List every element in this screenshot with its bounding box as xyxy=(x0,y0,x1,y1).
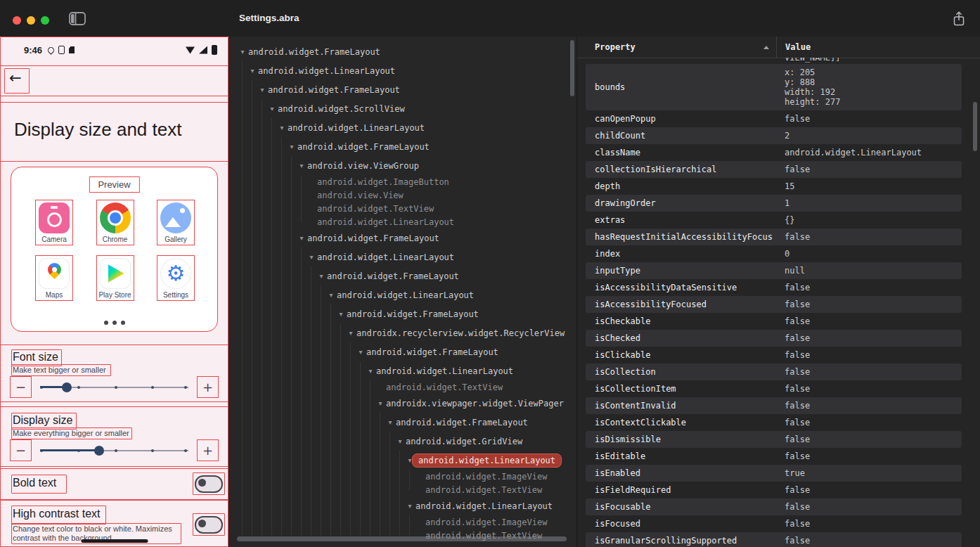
chevron-down-icon[interactable]: ▾ xyxy=(404,502,415,510)
display-size-slider[interactable]: − + xyxy=(10,439,219,461)
display-size-decrease-button[interactable]: − xyxy=(10,439,32,461)
display-size-slider-track[interactable] xyxy=(40,445,188,456)
tree-node[interactable]: ▾android.widget.FrameLayout xyxy=(228,413,576,432)
chevron-down-icon[interactable]: ▾ xyxy=(316,272,327,280)
property-row[interactable]: isAccessibilityFocusedfalse xyxy=(586,296,962,313)
tree-node[interactable]: ▾android.widget.LinearLayout xyxy=(228,361,576,380)
tree-node[interactable]: ▾androidx.viewpager.widget.ViewPager xyxy=(228,394,576,413)
chevron-down-icon[interactable]: ▾ xyxy=(247,67,258,75)
gesture-nav-handle[interactable] xyxy=(81,539,148,543)
tree-node[interactable]: android.widget.ImageView xyxy=(228,515,576,529)
property-name: index xyxy=(586,245,776,262)
font-size-slider-thumb[interactable] xyxy=(62,382,72,392)
property-row[interactable]: isCheckedfalse xyxy=(586,330,962,347)
property-row[interactable]: isFieldRequiredfalse xyxy=(586,482,962,498)
tree-node[interactable]: ▾android.widget.LinearLayout xyxy=(228,285,576,304)
inspector-vertical-scrollbar[interactable] xyxy=(973,102,977,151)
high-contrast-toggle[interactable] xyxy=(195,516,223,534)
property-row[interactable]: isFocusedfalse xyxy=(586,515,962,532)
tree-node[interactable]: ▾android.widget.FrameLayout xyxy=(228,42,576,61)
property-row[interactable]: childCount2 xyxy=(586,127,962,144)
property-row[interactable]: isEditablefalse xyxy=(586,448,962,465)
property-row[interactable]: inputTypenull xyxy=(586,262,962,279)
property-row[interactable]: isContentInvalidfalse xyxy=(586,397,962,414)
chevron-down-icon[interactable]: ▾ xyxy=(335,310,347,318)
property-row[interactable]: index0 xyxy=(586,245,962,262)
tree-node[interactable]: ▾android.widget.FrameLayout xyxy=(228,229,576,247)
property-row[interactable]: boundsx: 205 y: 888 width: 192 height: 2… xyxy=(586,64,962,110)
property-row[interactable]: isGranularScrollingSupportedfalse xyxy=(586,532,962,547)
tree-node[interactable]: ▾android.widget.FrameLayout xyxy=(228,304,576,323)
chevron-down-icon[interactable]: ▾ xyxy=(257,86,268,94)
back-button[interactable]: ← xyxy=(9,70,22,86)
window-minimize-button[interactable] xyxy=(27,16,35,25)
tree-node[interactable]: ▾android.widget.LinearLayout xyxy=(228,247,576,266)
property-row[interactable]: hasRequestInitialAccessibilityFocusfalse xyxy=(586,229,962,245)
tree-node[interactable]: ▾androidx.recyclerview.widget.RecyclerVi… xyxy=(228,323,576,342)
share-icon[interactable] xyxy=(952,11,966,30)
property-row[interactable]: classNameandroid.widget.LinearLayout xyxy=(586,144,962,161)
tree-node[interactable]: android.widget.ImageButton xyxy=(228,175,576,188)
tree-node[interactable]: ▾android.widget.LinearLayout xyxy=(228,61,576,80)
chevron-down-icon[interactable]: ▾ xyxy=(394,437,406,445)
property-row[interactable]: isCollectionItemfalse xyxy=(586,380,962,397)
chevron-down-icon[interactable]: ▾ xyxy=(345,329,356,337)
tree-node[interactable]: ▾android.view.ViewGroup xyxy=(228,156,576,175)
tree-node[interactable]: android.widget.LinearLayout xyxy=(228,215,576,229)
property-row[interactable]: depth15 xyxy=(586,178,962,195)
property-row[interactable]: collectionIsHierarchicalfalse xyxy=(586,161,962,178)
property-row[interactable]: isDismissiblefalse xyxy=(586,431,962,448)
chevron-down-icon[interactable]: ▾ xyxy=(365,367,376,375)
property-row[interactable]: isEnabledtrue xyxy=(586,465,962,482)
tree-node[interactable]: android.widget.TextView xyxy=(228,483,576,496)
window-close-button[interactable] xyxy=(13,16,21,25)
tree-node-selected[interactable]: ▾android.widget.LinearLayout xyxy=(228,451,576,470)
chevron-down-icon[interactable]: ▾ xyxy=(237,48,248,56)
display-size-increase-button[interactable]: + xyxy=(197,439,219,461)
tree-node[interactable]: ▾android.widget.GridView xyxy=(228,432,576,451)
chevron-down-icon[interactable]: ▾ xyxy=(375,399,386,407)
chevron-down-icon[interactable]: ▾ xyxy=(325,291,337,299)
property-row[interactable]: canOpenPopupfalse xyxy=(586,110,962,127)
chevron-down-icon[interactable]: ▾ xyxy=(306,253,317,261)
tree-node[interactable]: ▾android.widget.FrameLayout xyxy=(228,342,576,361)
sidebar-toggle-icon[interactable] xyxy=(69,12,86,28)
property-row[interactable]: isFocusablefalse xyxy=(586,498,962,515)
font-size-decrease-button[interactable]: − xyxy=(10,376,32,398)
tree-node[interactable]: android.view.View xyxy=(228,188,576,202)
font-size-slider[interactable]: − + xyxy=(10,375,219,398)
bold-text-toggle[interactable] xyxy=(195,475,223,493)
font-size-increase-button[interactable]: + xyxy=(197,376,219,398)
tree-node[interactable]: ▾android.widget.FrameLayout xyxy=(228,137,576,156)
property-row[interactable]: extras{} xyxy=(586,212,962,229)
tree-node[interactable]: ▾android.widget.ScrollView xyxy=(228,99,576,118)
chevron-down-icon[interactable]: ▾ xyxy=(355,348,366,356)
chevron-down-icon[interactable]: ▾ xyxy=(296,234,307,242)
chevron-down-icon[interactable]: ▾ xyxy=(286,143,297,150)
tree-node[interactable]: android.widget.ImageView xyxy=(228,470,576,483)
value-column-header[interactable]: Value xyxy=(776,37,980,58)
tree-node[interactable]: ▾android.widget.LinearLayout xyxy=(228,118,576,137)
property-row[interactable]: drawingOrder1 xyxy=(586,195,962,212)
property-row[interactable]: isContextClickablefalse xyxy=(586,414,962,431)
tree-node[interactable]: android.widget.TextView xyxy=(228,202,576,215)
chevron-down-icon[interactable]: ▾ xyxy=(266,105,278,112)
property-row[interactable]: isCollectionfalse xyxy=(586,363,962,380)
property-column-header[interactable]: Property xyxy=(577,37,776,58)
tree-node[interactable]: ▾android.widget.FrameLayout xyxy=(228,80,576,99)
chevron-down-icon[interactable]: ▾ xyxy=(276,124,288,131)
display-size-slider-thumb[interactable] xyxy=(94,446,104,456)
property-row[interactable]: isCheckablefalse xyxy=(586,313,962,330)
tree-node[interactable]: android.widget.TextView xyxy=(228,529,576,542)
property-row[interactable]: isClickablefalse xyxy=(586,347,962,363)
window-zoom-button[interactable] xyxy=(41,16,49,25)
property-value: true xyxy=(776,465,962,482)
chevron-down-icon[interactable]: ▾ xyxy=(296,162,307,169)
tree-node[interactable]: ▾android.widget.FrameLayout xyxy=(228,266,576,285)
font-size-slider-track[interactable] xyxy=(40,382,188,392)
chevron-down-icon[interactable]: ▾ xyxy=(385,418,396,426)
tree-node[interactable]: ▾android.widget.LinearLayout xyxy=(228,496,576,515)
tree-node[interactable]: android.widget.TextView xyxy=(228,380,576,394)
property-row[interactable]: isAccessibilityDataSensitivefalse xyxy=(586,279,962,296)
property-name: isDismissible xyxy=(586,431,776,448)
